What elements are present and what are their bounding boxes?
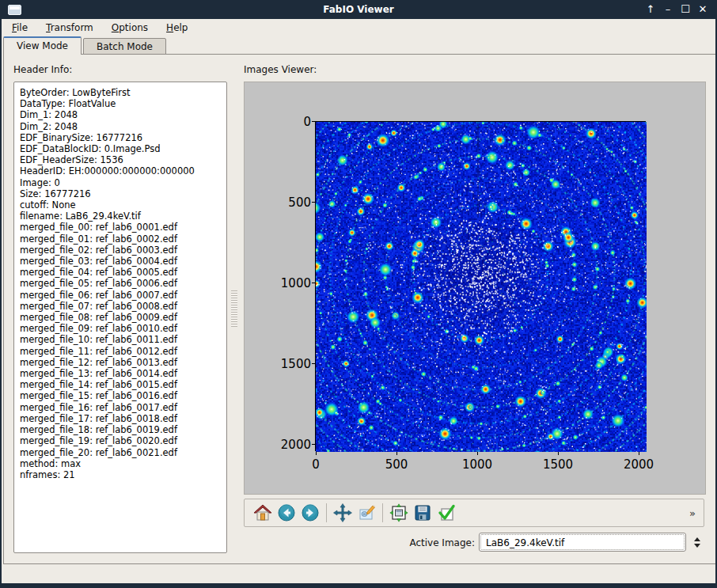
checkmark-icon <box>437 503 456 522</box>
y-tick-label: 0 <box>262 115 311 129</box>
home-button[interactable] <box>251 501 275 525</box>
tab-batch-mode[interactable]: Batch Mode <box>83 38 166 55</box>
keep-above-button[interactable]: ↑ <box>644 1 657 18</box>
save-button[interactable] <box>411 501 434 525</box>
x-tick-mark <box>396 452 397 455</box>
zoom-rect-icon <box>357 503 376 522</box>
menu-file[interactable]: File <box>4 20 36 36</box>
header-info-label: Header Info: <box>13 64 72 75</box>
home-icon <box>253 503 272 522</box>
spin-up-icon <box>694 537 700 541</box>
tab-bar: View Mode Batch Mode <box>3 36 166 55</box>
toolbar-separator <box>326 503 327 522</box>
menu-transform[interactable]: Transform <box>38 20 101 36</box>
menu-help[interactable]: Help <box>158 20 195 36</box>
x-tick-label: 0 <box>290 457 341 472</box>
configure-subplots-icon <box>389 503 408 522</box>
back-button[interactable] <box>275 501 298 525</box>
menu-options[interactable]: Options <box>104 20 156 36</box>
plot-toolbar: » <box>244 499 704 527</box>
diffraction-image[interactable] <box>316 122 647 452</box>
close-button[interactable]: ✕ <box>696 1 709 18</box>
pan-icon <box>333 503 352 522</box>
save-icon <box>413 503 432 522</box>
panel-splitter[interactable] <box>230 55 238 565</box>
spin-down-icon <box>694 544 700 548</box>
x-tick-label: 500 <box>371 457 422 472</box>
figure-canvas-area: 0 500 1000 1500 2000 0 500 1000 1500 200… <box>244 82 706 495</box>
y-tick-label: 1000 <box>262 276 311 290</box>
forward-button[interactable] <box>298 501 322 525</box>
y-tick-label: 1500 <box>262 357 311 371</box>
x-tick-label: 1000 <box>452 457 503 472</box>
window-bottom-border <box>2 583 715 588</box>
app-window: FabIO Viewer ↑ – ☐ ✕ File Transform Opti… <box>0 0 717 588</box>
x-tick-mark <box>477 452 478 455</box>
active-image-combobox[interactable]: LaB6_29.4keV.tif <box>479 533 686 552</box>
active-image-value: LaB6_29.4keV.tif <box>480 534 685 550</box>
menu-bar: File Transform Options Help <box>2 19 715 36</box>
x-tick-label: 1500 <box>533 457 583 472</box>
status-bar <box>2 564 715 583</box>
x-tick-mark <box>558 452 559 455</box>
zoom-rect-button[interactable] <box>355 501 378 525</box>
forward-icon <box>301 503 320 522</box>
images-viewer-label: Images Viewer: <box>244 64 317 75</box>
title-bar: FabIO Viewer ↑ – ☐ ✕ <box>2 0 715 19</box>
toolbar-separator <box>382 503 383 522</box>
toolbar-overflow-button[interactable]: » <box>686 506 699 521</box>
back-icon <box>277 503 296 522</box>
y-tick-label: 500 <box>262 195 311 210</box>
apply-button[interactable] <box>434 501 458 525</box>
tab-view-mode[interactable]: View Mode <box>3 36 82 55</box>
pan-button[interactable] <box>331 501 355 525</box>
header-info-text: ByteOrder: LowByteFirst DataType: FloatV… <box>14 82 226 480</box>
splitter-grip-icon <box>231 290 237 327</box>
active-image-spinner[interactable] <box>689 533 705 552</box>
header-info-textarea[interactable]: ByteOrder: LowByteFirst DataType: FloatV… <box>13 82 227 553</box>
active-image-label: Active Image: <box>344 537 475 548</box>
x-tick-mark <box>316 452 317 455</box>
y-tick-label: 2000 <box>262 438 311 452</box>
maximize-button[interactable]: ☐ <box>679 1 692 18</box>
minimize-button[interactable]: – <box>662 1 674 18</box>
x-tick-mark <box>639 452 639 455</box>
view-mode-pane: Header Info: ByteOrder: LowByteFirst Dat… <box>3 54 717 564</box>
window-title: FabIO Viewer <box>2 4 715 15</box>
x-tick-label: 2000 <box>613 457 664 472</box>
configure-subplots-button[interactable] <box>387 501 411 525</box>
diffraction-plot[interactable] <box>315 121 646 451</box>
